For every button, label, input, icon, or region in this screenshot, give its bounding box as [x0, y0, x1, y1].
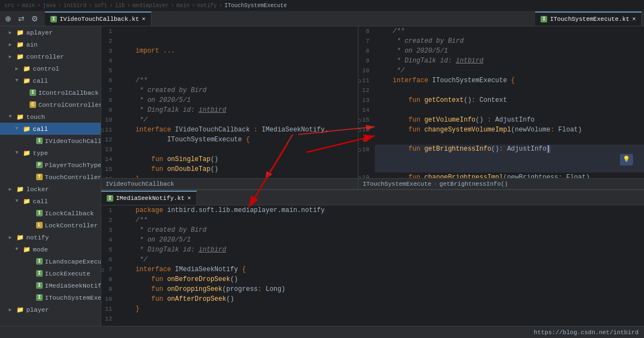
bc-itouchsys[interactable]: ITouchSystemExecute — [224, 3, 287, 9]
sidebar-item-controller[interactable]: 📁 controller — [0, 50, 101, 62]
line-num: 6 — [101, 255, 118, 265]
line-num: 1 — [101, 205, 118, 215]
settings-button[interactable]: ⚙ — [28, 13, 40, 25]
line-code: * DingTalk id: intbird — [375, 56, 644, 66]
tab-itouchsystemexecute[interactable]: I ITouchSystemExecute.kt × — [535, 12, 642, 26]
sidebar-item-aplayer[interactable]: 📁 aplayer — [0, 26, 101, 38]
line-num: 12 — [101, 135, 118, 145]
line-num: 6 — [358, 26, 375, 36]
arrow-aplayer — [9, 30, 14, 36]
label-icontrolcallback: IControlCallback — [38, 89, 98, 96]
tab-close-left[interactable]: × — [142, 16, 146, 22]
bc-sep5: › — [109, 3, 113, 9]
sidebar-item-ilandscapeexecute[interactable]: I ILandscapeExecute — [0, 255, 101, 267]
bc-notify[interactable]: notify — [197, 3, 217, 9]
bc-mediaplayer[interactable]: mediaplayer — [132, 3, 169, 9]
label-touchcontroller: TouchController — [45, 174, 101, 181]
tab-imediaseeknotify[interactable]: I IMediaSeekNotify.kt × — [101, 191, 197, 205]
line-code: interface ITouchSystemExecute { — [375, 76, 644, 85]
table-row: 14 — [358, 105, 644, 115]
bc-src[interactable]: src — [4, 3, 14, 9]
sidebar-item-controlcontroller[interactable]: C ControlController — [0, 99, 101, 111]
icon-ivideotouchcallback: I — [36, 138, 43, 144]
sidebar-item-itouchsystemexecute[interactable]: I ITouchSystemExecute — [0, 291, 101, 303]
label-controller: controller — [26, 53, 64, 60]
line-code: * on 2020/5/1 — [118, 235, 644, 245]
sidebar-item-touchcontroller[interactable]: T TouchController — [0, 171, 101, 183]
left-editor-content[interactable]: 1 2 3 import ... 4 — [101, 26, 358, 178]
line-num: 17 — [358, 135, 375, 145]
right-editor-panel: 6 /** 7 * created by Bird 8 * on 2020/5/… — [358, 26, 644, 189]
sidebar-item-ain[interactable]: 📁 ain — [0, 38, 101, 50]
table-row: 6 */ — [101, 255, 644, 265]
label-type: type — [33, 150, 48, 157]
sidebar-item-icontrolcallback[interactable]: I IControlCallback — [0, 87, 101, 99]
line-code: * on 2020/5/1 — [118, 95, 358, 105]
icon-ilockexecute: I — [36, 270, 43, 277]
sidebar-item-player[interactable]: 📁 player — [0, 303, 101, 316]
right-editor-content[interactable]: 6 /** 7 * created by Bird 8 * on 2020/5/… — [358, 26, 644, 178]
line-num: 5 — [101, 245, 118, 255]
sidebar-item-control[interactable]: 📁 control — [0, 62, 101, 75]
sidebar-item-call-controller[interactable]: 📁 call — [0, 75, 101, 87]
arrow-call-locker — [15, 198, 21, 204]
sidebar-item-ilockcallback[interactable]: I ILockCallback — [0, 207, 101, 219]
sidebar-item-call-locker[interactable]: 📁 call — [0, 195, 101, 207]
bc-java[interactable]: java — [43, 3, 56, 9]
folder-icon-call-controller: 📁 — [23, 77, 31, 84]
line-num: 7 — [358, 36, 375, 46]
tab-close-right[interactable]: × — [632, 16, 636, 22]
table-row: 7 ○ interface IMediaSeekNotify { — [101, 265, 644, 274]
line-code: /** — [118, 76, 358, 85]
sidebar-item-lockcontroller[interactable]: L LockController — [0, 219, 101, 231]
sidebar-item-touch[interactable]: 📁 touch — [0, 111, 101, 123]
line-num: 12 — [101, 314, 118, 324]
sidebar-item-ivideotouchcallback[interactable]: I IVideoTouchCallback — [0, 135, 101, 147]
folder-icon-aplayer: 📁 — [16, 29, 24, 36]
sidebar-item-notify[interactable]: 📁 notify — [0, 231, 101, 243]
arrow-locker — [9, 186, 14, 192]
bottom-editor-content[interactable]: 1 package intbird.soft.lib.mediaplayer.m… — [101, 205, 644, 326]
arrow-ain — [9, 42, 14, 48]
bc-soft[interactable]: soft — [94, 3, 107, 9]
table-row highlight-line: 18 ○ fun getBrightnessInfo(): AdjustInfo… — [358, 145, 644, 173]
bc-main2[interactable]: main — [176, 3, 189, 9]
line-num: 8 — [358, 46, 375, 56]
tab-ivideotouchcallback[interactable]: I IVideoTouchCallback.kt × — [45, 12, 152, 26]
table-row: 11 ○ interface ITouchSystemExecute { — [358, 76, 644, 85]
line-code: interface IVideoTouchCallback : IMediaSe… — [118, 125, 358, 135]
tab-close-bottom[interactable]: × — [187, 195, 191, 202]
arrow-type — [15, 150, 21, 156]
sidebar-item-locker[interactable]: 📁 locker — [0, 183, 101, 195]
right-code-table: 6 /** 7 * created by Bird 8 * on 2020/5/… — [358, 26, 644, 178]
icon-itouchsystemexecute: I — [36, 294, 43, 301]
label-locker: locker — [26, 186, 49, 193]
sidebar-item-type[interactable]: 📁 type — [0, 147, 101, 159]
sidebar-item-ilockexecute[interactable]: I ILockExecute — [0, 267, 101, 279]
tab-icon-left: I — [50, 16, 57, 22]
navigate-back-button[interactable]: ⊕ — [2, 13, 14, 25]
line-num: 1 — [101, 26, 118, 36]
label-itouchsystemexecute: ITouchSystemExecute — [45, 294, 101, 301]
sidebar-item-playertouchtype[interactable]: P PlayerTouchType — [0, 159, 101, 171]
bc-main[interactable]: main — [22, 3, 35, 9]
right-breadcrumb-2: getBrightnessInfo() — [439, 181, 508, 187]
line-num: 13 — [101, 145, 118, 154]
table-row: 7 * created by Bird — [101, 85, 358, 95]
label-aplayer: aplayer — [26, 29, 53, 36]
editors-top: 1 2 3 import ... 4 — [101, 26, 644, 189]
sidebar-item-call-touch[interactable]: 📁 call — [0, 123, 101, 135]
navigate-forward-button[interactable]: ⇄ — [15, 13, 27, 25]
bc-lib[interactable]: lib — [115, 3, 125, 9]
line-num: 3 — [101, 46, 118, 56]
line-num: 16 ○ — [358, 125, 375, 135]
left-editor-panel: 1 2 3 import ... 4 — [101, 26, 358, 189]
line-num: 4 — [101, 235, 118, 245]
sidebar-item-mode[interactable]: 📁 mode — [0, 243, 101, 255]
sidebar-item-imediaseeknotify[interactable]: I IMediaSeekNotify — [0, 279, 101, 291]
line-num: 19 ○ — [358, 173, 375, 178]
table-row: 7 * created by Bird — [358, 36, 644, 46]
table-row: 1 package intbird.soft.lib.mediaplayer.m… — [101, 205, 644, 215]
line-code — [375, 135, 644, 145]
bc-intbird[interactable]: intbird — [63, 3, 86, 9]
